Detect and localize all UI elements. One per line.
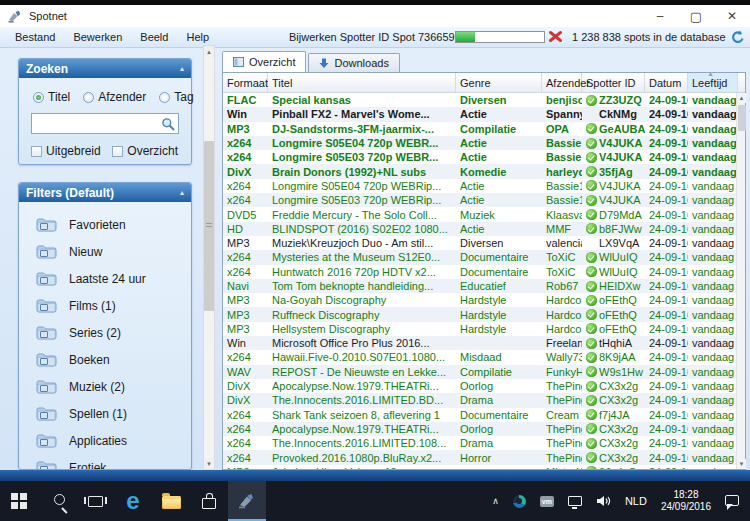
- language-indicator[interactable]: NLD: [618, 495, 654, 507]
- table-row[interactable]: MP3Na-Goyah DiscographyHardstyleHardcoro…: [223, 293, 736, 307]
- search-panel-header[interactable]: Zoeken ▴: [19, 59, 191, 78]
- task-view-button[interactable]: [76, 481, 114, 521]
- column-header-datum[interactable]: Datum: [645, 73, 688, 92]
- radio-indicator: [159, 92, 170, 103]
- filter-item-spellen-1[interactable]: Spellen (1): [19, 400, 191, 427]
- table-row[interactable]: DVD5Freddie Mercury - The Solo Coll...Mu…: [223, 207, 736, 221]
- network-icon[interactable]: [561, 496, 589, 506]
- maximize-button[interactable]: ▢: [678, 5, 714, 27]
- tray-expand-icon[interactable]: ∧: [485, 496, 506, 506]
- search-input[interactable]: [36, 117, 161, 131]
- table-row[interactable]: x264Mysteries at the Museum S12E0...Docu…: [223, 250, 736, 264]
- filter-item-films-1[interactable]: Films (1): [19, 292, 191, 319]
- cell-spotter-id: f7j4JA: [582, 408, 645, 422]
- filter-item-muziek-2[interactable]: Muziek (2): [19, 373, 191, 400]
- column-header-spotter-id[interactable]: Spotter ID: [582, 73, 645, 92]
- filter-item-laatste-24-uur[interactable]: Laatste 24 uur: [19, 265, 191, 292]
- tab-downloads[interactable]: Downloads: [308, 53, 399, 72]
- folder-favorites-icon: [36, 217, 57, 233]
- table-row[interactable]: MP3Jukebox Hits - Volume 10...MisterX9Ja…: [223, 465, 736, 469]
- filter-item-applicaties[interactable]: Applicaties: [19, 427, 191, 454]
- table-row[interactable]: DivXApocalypse.Now.1979.THEATRi...Oorlog…: [223, 379, 736, 393]
- cell-age: vandaag: [688, 465, 736, 469]
- filters-panel-header[interactable]: Filters (Default) ▴: [19, 183, 191, 202]
- scroll-down-icon[interactable]: ▼: [737, 459, 746, 469]
- table-row[interactable]: x264Shark Tank seizoen 8, aflevering 1Do…: [223, 408, 736, 422]
- minimize-button[interactable]: –: [642, 5, 678, 27]
- checkbox-overzicht[interactable]: Overzicht: [112, 144, 178, 158]
- edge-button[interactable]: [114, 481, 152, 521]
- store-button[interactable]: [190, 481, 228, 521]
- table-row[interactable]: x264Provoked.2016.1080p.BluRay.x2...Horr…: [223, 450, 736, 464]
- desktop: Spotnet – ▢ ✕ BestandBewerkenBeeldHelp B…: [0, 0, 750, 521]
- scrollbar-thumb[interactable]: [738, 105, 746, 131]
- sidebar-scrollbar[interactable]: ▲ ▼: [203, 45, 215, 470]
- start-button[interactable]: [0, 481, 38, 521]
- column-header-titel[interactable]: Titel: [268, 73, 456, 92]
- table-row[interactable]: HDBLINDSPOT (2016) S02E02 1080...ActieMM…: [223, 222, 736, 236]
- cell-age-text: vandaag: [692, 409, 734, 421]
- scroll-up-icon[interactable]: ▲: [204, 46, 214, 57]
- spotnet-taskbar-button[interactable]: [228, 481, 266, 521]
- table-row[interactable]: x264Huntwatch 2016 720p HDTV x2...Docume…: [223, 265, 736, 279]
- scrollbar-thumb[interactable]: [204, 141, 214, 311]
- filter-item-boeken[interactable]: Boeken: [19, 346, 191, 373]
- cell-date-text: 24-09-16: [649, 180, 688, 192]
- menu-item-help[interactable]: Help: [177, 27, 218, 47]
- table-row[interactable]: NaviTom Tom beknopte handleiding...Educa…: [223, 279, 736, 293]
- vmware-tray-icon[interactable]: vm: [533, 496, 561, 507]
- table-row[interactable]: MP3Ruffneck DiscographyHardstyleHardcoro…: [223, 307, 736, 321]
- menu-item-bestand[interactable]: Bestand: [6, 27, 64, 47]
- radio-titel[interactable]: Titel: [33, 90, 70, 104]
- menu-item-beeld[interactable]: Beeld: [131, 27, 177, 47]
- table-row[interactable]: x264Longmire S05E03 720p WEBR...ActieBas…: [223, 150, 736, 164]
- scroll-up-icon[interactable]: ▲: [737, 93, 746, 103]
- cell-age: vandaag: [688, 293, 736, 307]
- refresh-icon[interactable]: [731, 30, 745, 46]
- column-header-leeftijd[interactable]: Leeftijd: [688, 73, 738, 92]
- action-center-button[interactable]: [718, 497, 746, 506]
- table-row[interactable]: x264Longmire S05E04 720p WEBR...ActieBas…: [223, 136, 736, 150]
- close-button[interactable]: ✕: [714, 5, 750, 27]
- volume-icon[interactable]: [589, 495, 618, 507]
- taskbar-search-button[interactable]: [38, 481, 76, 521]
- table-row[interactable]: x264Longmire S05E04 720p WEBRip...ActieB…: [223, 179, 736, 193]
- column-header-afzender[interactable]: Afzender: [542, 73, 582, 92]
- table-row[interactable]: FLACSpecial kansasDiversenbenjisolZZ3UZQ…: [223, 93, 736, 107]
- menu-item-bewerken[interactable]: Bewerken: [64, 27, 131, 47]
- column-header-genre[interactable]: Genre: [456, 73, 542, 92]
- filter-item-nieuw[interactable]: Nieuw: [19, 238, 191, 265]
- radio-tag[interactable]: Tag: [159, 90, 193, 104]
- table-row[interactable]: WinMicrosoft Office Pro Plus 2016...Free…: [223, 336, 736, 350]
- table-row[interactable]: x264Apocalypse.Now.1979.THEATRi...Oorlog…: [223, 422, 736, 436]
- cancel-update-icon[interactable]: [548, 30, 563, 45]
- table-row[interactable]: DivXThe.Innocents.2016.LIMITED.BD...Dram…: [223, 393, 736, 407]
- file-explorer-button[interactable]: [152, 481, 190, 521]
- table-scrollbar[interactable]: ▲ ▼: [736, 93, 745, 469]
- table-row[interactable]: DivXBrain Donors (1992)+NL subsKomedieha…: [223, 164, 736, 178]
- cell-format-text: MP3: [227, 123, 250, 135]
- cell-sender: benjisol: [542, 93, 582, 107]
- tray-app-icon[interactable]: [506, 495, 533, 508]
- clock[interactable]: 18:28 24/09/2016: [654, 489, 718, 513]
- filter-item-series-2[interactable]: Series (2): [19, 319, 191, 346]
- table-row[interactable]: MP3Hellsystem DiscographyHardstyleHardco…: [223, 322, 736, 336]
- table-row[interactable]: WinPinball FX2 - Marvel's Wome...ActieSp…: [223, 107, 736, 121]
- scroll-down-icon[interactable]: ▼: [204, 458, 214, 469]
- collapse-icon[interactable]: ▴: [180, 188, 184, 197]
- filter-item-favorieten[interactable]: Favorieten: [19, 211, 191, 238]
- search-icon[interactable]: [161, 117, 175, 131]
- table-row[interactable]: x264The.Innocents.2016.LIMITED.108...Dra…: [223, 436, 736, 450]
- table-row[interactable]: MP3DJ-Sandstorms-3FM-jaarmix-...Compilat…: [223, 122, 736, 136]
- table-row[interactable]: x264Longmire S05E03 720p WEBRip...ActieB…: [223, 193, 736, 207]
- spotter-id-text: W9s1Hw: [599, 366, 643, 378]
- radio-afzender[interactable]: Afzender: [83, 90, 146, 104]
- filter-item-erotiek[interactable]: Erotiek: [19, 454, 191, 470]
- collapse-icon[interactable]: ▴: [180, 64, 184, 73]
- tab-overzicht[interactable]: Overzicht: [222, 51, 306, 72]
- table-row[interactable]: x264Hawaii.Five-0.2010.S07E01.1080...Mis…: [223, 350, 736, 364]
- checkbox-uitgebreid[interactable]: Uitgebreid: [31, 144, 101, 158]
- column-header-formaat[interactable]: Formaat: [223, 73, 268, 92]
- table-row[interactable]: MP3Muziek\Kreuzjoch Duo - Am stil...Dive…: [223, 236, 736, 250]
- table-row[interactable]: WAVREPOST - De Nieuwste en Lekke...Compi…: [223, 365, 736, 379]
